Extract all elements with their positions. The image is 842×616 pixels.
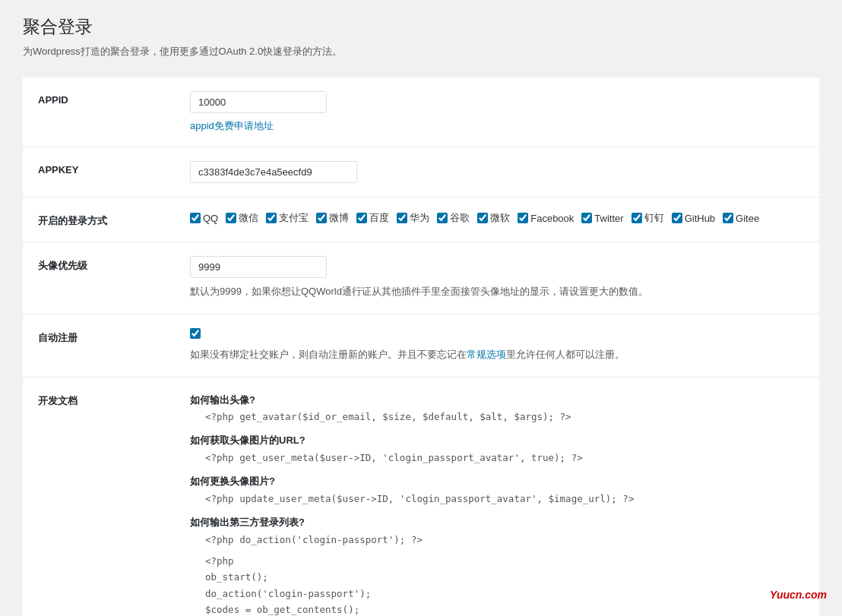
avatar-priority-label: 头像优先级 [23,242,175,314]
checkbox-qq[interactable] [190,213,201,223]
auto-register-label: 自动注册 [23,314,175,377]
dev-docs-c1: <?php get_avatar($id_or_email, $size, $d… [190,409,804,426]
method-alipay[interactable]: 支付宝 [266,211,309,225]
checkbox-github[interactable] [672,213,682,223]
auto-register-cell: 如果没有绑定社交账户，则自动注册新的账户。并且不要忘记在常规选项里允许任何人都可… [175,314,819,377]
appkey-cell [175,147,819,197]
checkbox-microsoft[interactable] [477,213,488,223]
avatar-priority-cell: 默认为9999，如果你想让QQWorld通行证从其他插件手里全面接管头像地址的显… [175,242,819,314]
label-gitee: Gitee [736,213,759,224]
page-subtitle: 为Wordpress打造的聚合登录，使用更多通过OAuth 2.0快速登录的方法… [23,45,819,58]
label-twitter: Twitter [594,213,623,224]
dev-docs-q2: 如何获取头像图片的URL? [190,431,804,449]
checkbox-baidu[interactable] [356,213,367,223]
login-methods-label: 开启的登录方式 [23,197,175,242]
method-wechat[interactable]: 微信 [226,211,258,225]
appid-row: APPID appid免费申请地址 [23,77,819,147]
page-title: 聚合登录 [23,15,819,39]
avatar-priority-row: 头像优先级 默认为9999，如果你想让QQWorld通行证从其他插件手里全面接管… [23,242,819,314]
settings-table: APPID appid免费申请地址 APPKEY 开启的登录方式 QQ [23,77,819,616]
method-facebook[interactable]: Facebook [518,213,574,224]
method-qq[interactable]: QQ [190,213,218,224]
label-microsoft: 微软 [490,211,510,225]
dev-docs-q3: 如何更换头像图片? [190,472,804,490]
appid-cell: appid免费申请地址 [175,77,819,147]
method-twitter[interactable]: Twitter [581,213,623,224]
checkbox-alipay[interactable] [266,213,277,223]
method-huawei[interactable]: 华为 [397,211,429,225]
dev-docs-c3: <?php update_user_meta($user->ID, 'clogi… [190,491,804,508]
appkey-label: APPKEY [23,147,175,197]
auto-register-row: 自动注册 如果没有绑定社交账户，则自动注册新的账户。并且不要忘记在常规选项里允许… [23,314,819,377]
label-qq: QQ [203,213,218,224]
label-dingtalk: 钉钉 [644,211,664,225]
label-facebook: Facebook [530,213,574,224]
method-baidu[interactable]: 百度 [356,211,389,225]
auto-reg-text1: 如果没有绑定社交账户，则自动注册新的账户。并且不要忘记在 [190,349,467,360]
dev-docs-extra-code: <?php ob_start(); do_action('clogin-pass… [190,553,804,616]
method-github[interactable]: GitHub [672,213,715,224]
appkey-row: APPKEY [23,147,819,197]
label-baidu: 百度 [369,211,389,225]
appid-label: APPID [23,77,175,147]
label-alipay: 支付宝 [279,211,309,225]
label-google: 谷歌 [450,211,470,225]
login-methods-container: QQ 微信 支付宝 微博 [190,211,804,225]
login-methods-cell: QQ 微信 支付宝 微博 [175,197,819,242]
avatar-priority-input[interactable] [190,256,327,278]
auto-register-desc: 如果没有绑定社交账户，则自动注册新的账户。并且不要忘记在常规选项里允许任何人都可… [190,347,722,363]
appid-link[interactable]: appid免费申请地址 [190,119,804,133]
method-google[interactable]: 谷歌 [437,211,470,225]
method-microsoft[interactable]: 微软 [477,211,510,225]
checkbox-facebook[interactable] [518,213,528,223]
dev-docs-q1: 如何输出头像? [190,391,804,409]
label-github: GitHub [685,213,715,224]
checkbox-gitee[interactable] [723,213,733,223]
dev-docs-content: 如何输出头像? <?php get_avatar($id_or_email, $… [190,391,804,616]
dev-docs-q4: 如何输出第三方登录列表? [190,513,804,531]
checkbox-weibo[interactable] [316,213,327,223]
dev-docs-row: 开发文档 如何输出头像? <?php get_avatar($id_or_ema… [23,377,819,616]
label-wechat: 微信 [239,211,258,225]
checkbox-wechat[interactable] [226,213,236,223]
login-methods-row: 开启的登录方式 QQ 微信 支付宝 [23,197,819,242]
dev-docs-cell: 如何输出头像? <?php get_avatar($id_or_email, $… [175,377,819,616]
checkbox-google[interactable] [437,213,448,223]
dev-docs-label: 开发文档 [23,377,175,616]
label-huawei: 华为 [410,211,429,225]
avatar-priority-desc: 默认为9999，如果你想让QQWorld通行证从其他插件手里全面接管头像地址的显… [190,284,722,300]
checkbox-dingtalk[interactable] [632,213,642,223]
auto-reg-link[interactable]: 常规选项 [467,349,506,360]
appid-input[interactable] [190,91,327,113]
label-weibo: 微博 [329,211,349,225]
watermark: Yuucn.com [770,589,827,601]
checkbox-huawei[interactable] [397,213,407,223]
method-gitee[interactable]: Gitee [723,213,759,224]
checkbox-twitter[interactable] [581,213,592,223]
appkey-input[interactable] [190,161,357,183]
method-weibo[interactable]: 微博 [316,211,349,225]
dev-docs-c2: <?php get_user_meta($user->ID, 'clogin_p… [190,450,804,467]
method-dingtalk[interactable]: 钉钉 [632,211,664,225]
auto-reg-text2: 里允许任何人都可以注册。 [506,349,625,360]
auto-register-checkbox[interactable] [190,328,201,339]
dev-docs-c4: <?php do_action('clogin-passport'); ?> [190,532,804,549]
